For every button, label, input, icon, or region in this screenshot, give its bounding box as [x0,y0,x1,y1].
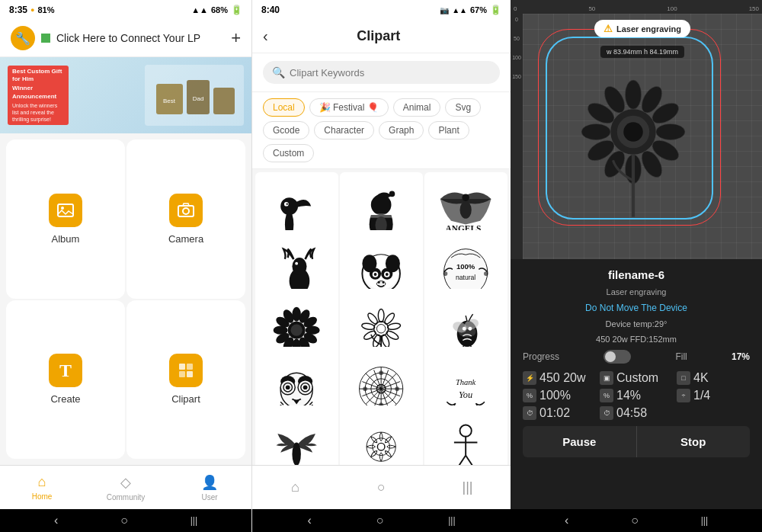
power-icon: ⚡ [523,371,536,385]
svg-point-101 [363,386,368,391]
connect-label[interactable]: Click Here to Connect Your LP [56,32,200,44]
nav-user[interactable]: 👤 User [168,466,251,509]
tag-plant-label: Plant [438,125,459,136]
tag-festival[interactable]: 🎉 Festival 🎈 [309,98,389,117]
svg-point-76 [463,327,466,331]
svg-point-35 [374,273,377,276]
quarter-icon: ÷ [677,389,690,402]
back-arrow[interactable]: ‹ [263,27,268,45]
ffd-info: 450 20w FFD:152mm [523,335,750,344]
battery-1: 81% [37,5,54,14]
nav-community[interactable]: ◇ Community [84,466,168,509]
sys-home-2[interactable]: ○ [376,514,384,527]
tag-local-label: Local [273,102,295,113]
svg-point-61 [377,325,386,333]
ruler-0: 0 [514,5,517,12]
svg-text:Best: Best [163,98,176,104]
sys-home-1[interactable]: ○ [120,514,128,527]
add-button[interactable]: + [231,28,241,48]
tag-animal[interactable]: Animal [393,98,441,117]
ruler-l-150: 150 [512,74,521,79]
param-custom: ▣ Custom [600,371,673,385]
camera-icon [169,194,203,227]
action-buttons: Pause Stop [523,426,750,457]
clipart-figure[interactable] [424,405,507,465]
tag-svg-label: Svg [455,102,471,113]
tag-svg[interactable]: Svg [445,98,481,117]
param-power-val: 450 20w [539,371,586,385]
menu-clipart[interactable]: Clipart [126,300,245,460]
clipart-grid: ANGELS [252,169,511,465]
sys-back-3[interactable]: ‹ [565,514,568,527]
time1-icon: ⏱ [523,406,536,420]
sys-recent-3[interactable]: ||| [701,515,708,526]
svg-line-112 [457,456,466,465]
menu-camera[interactable]: Camera [126,139,245,299]
menu-create[interactable]: T Create [6,300,125,460]
param-pct14: % 14% [600,389,673,402]
battery-icon-1: ● [30,6,34,14]
param-time2: ⏱ 04:58 [600,406,673,420]
sys-recent-2[interactable]: ||| [448,515,455,526]
sys-home-3[interactable]: ○ [631,514,639,527]
tag-character[interactable]: Character [314,121,374,139]
user-nav-label: User [201,493,217,502]
sys-back-1[interactable]: ‹ [54,514,58,527]
svg-text:You: You [459,389,472,399]
pct100-icon: % [523,389,536,402]
tag-character-label: Character [324,125,364,136]
nav-mid-2[interactable]: ○ [338,466,424,509]
ruler-100: 100 [667,5,677,12]
svg-point-86 [303,385,308,389]
progress-section: Progress Fill 17% [523,350,750,364]
panel-clipart: 8:40 📷 ▲▲ 67% 🔋 ‹ Clipart 🔍 Local 🎉 Fest… [251,0,511,532]
signal-2: 67% [470,5,487,14]
clipart-wings1[interactable] [255,405,338,465]
pause-button[interactable]: Pause [523,426,636,457]
system-nav-1: ‹ ○ ||| [0,509,251,532]
album-label: Album [52,233,80,245]
tag-custom[interactable]: Custom [263,144,314,162]
clipart-flower2[interactable] [340,405,423,465]
nav-home-2[interactable]: ⌂ [252,466,338,509]
time-1: 8:35 [9,5,27,15]
banner-badge: Best Custom Gift for Him Winner Announce… [8,66,69,126]
album-icon [49,194,82,227]
signal-pct-1: 68% [211,5,228,14]
tag-gcode[interactable]: Gcode [263,121,309,139]
user-nav-icon: 👤 [201,474,218,491]
svg-rect-11 [179,371,185,377]
file-title: filename-6 [523,268,750,281]
sys-back-2[interactable]: ‹ [307,514,311,527]
nav-menu-2[interactable]: ||| [424,466,511,509]
home-nav-label: Home [32,492,53,501]
svg-point-109 [460,425,472,436]
svg-point-26 [296,262,299,265]
sys-recent-1[interactable]: ||| [190,515,197,526]
param-quarter-val: 1/4 [693,389,710,402]
bottom-nav-1: ⌂ Home ◇ Community 👤 User [0,465,251,509]
status-time-1: 8:35 ● 81% [9,5,55,15]
top-bar-1: 🔧 Click Here to Connect Your LP + [0,20,251,57]
param-4k-val: 4K [693,371,709,385]
menu-icon-2: ||| [462,479,472,495]
svg-point-126 [581,123,610,139]
clipart-title: Clipart [276,28,482,44]
ruler-150: 150 [749,5,759,12]
banner-text-3: Unlock the winners list and reveal the t… [12,102,64,123]
search-input[interactable] [290,67,491,79]
svg-text:natural: natural [456,273,475,280]
menu-album[interactable]: Album [6,139,125,299]
tag-graph[interactable]: Graph [379,121,424,139]
search-icon: 🔍 [272,66,285,79]
stop-button[interactable]: Stop [636,426,751,457]
tag-plant[interactable]: Plant [428,121,469,139]
svg-point-64 [387,322,401,330]
svg-point-62 [379,309,385,322]
progress-toggle[interactable] [604,350,631,364]
svg-rect-12 [187,371,193,377]
laser-info-panel: filename-6 Laser engraving Do Not Move T… [511,259,762,509]
tag-local[interactable]: Local [263,98,305,117]
nav-home[interactable]: ⌂ Home [0,466,84,509]
online-dot [41,34,50,43]
